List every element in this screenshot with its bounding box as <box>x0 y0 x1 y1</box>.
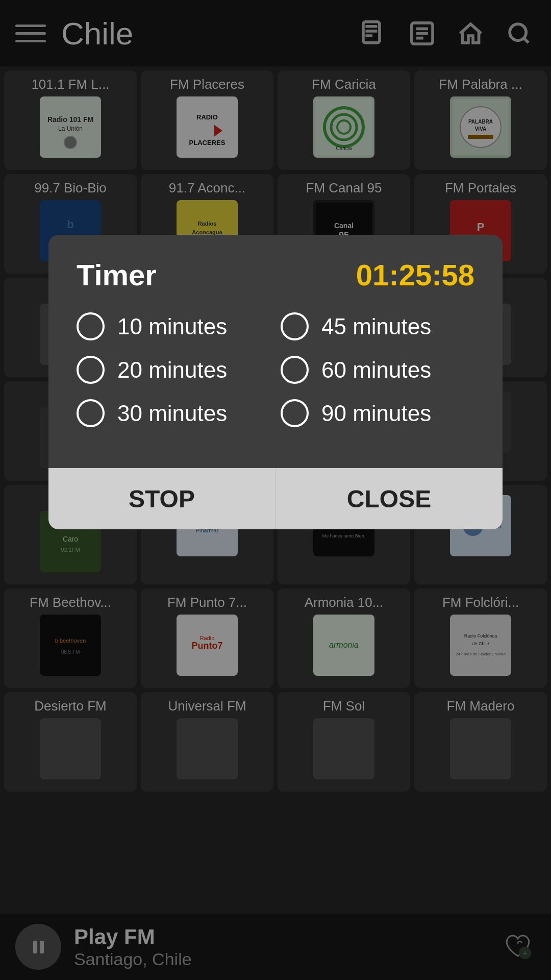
timer-option-90[interactable]: 90 minutes <box>281 399 474 427</box>
timer-label-45: 45 minutes <box>321 314 431 339</box>
radio-circle-90[interactable] <box>281 399 309 427</box>
timer-label-10: 10 minutes <box>117 314 227 339</box>
radio-circle-60[interactable] <box>281 356 309 384</box>
timer-option-60[interactable]: 60 minutes <box>281 356 474 384</box>
stop-button[interactable]: STOP <box>48 468 276 529</box>
radio-circle-30[interactable] <box>77 399 105 427</box>
timer-label-60: 60 minutes <box>321 357 431 383</box>
timer-label-20: 20 minutes <box>117 357 227 383</box>
radio-circle-10[interactable] <box>77 312 105 340</box>
timer-label-30: 30 minutes <box>117 401 227 426</box>
radio-circle-20[interactable] <box>77 356 105 384</box>
close-button[interactable]: CLOSE <box>276 468 503 529</box>
timer-option-10[interactable]: 10 minutes <box>77 312 270 340</box>
radio-circle-45[interactable] <box>281 312 309 340</box>
timer-option-30[interactable]: 30 minutes <box>77 399 270 427</box>
timer-modal: Timer 01:25:58 10 minutes 45 minutes 20 … <box>48 235 503 529</box>
timer-label-90: 90 minutes <box>321 401 431 426</box>
modal-buttons: STOP CLOSE <box>48 468 503 529</box>
modal-header: Timer 01:25:58 <box>77 258 474 292</box>
timer-option-20[interactable]: 20 minutes <box>77 356 270 384</box>
timer-options: 10 minutes 45 minutes 20 minutes 60 minu… <box>77 312 474 427</box>
timer-display: 01:25:58 <box>356 258 474 292</box>
modal-title: Timer <box>77 258 157 292</box>
timer-option-45[interactable]: 45 minutes <box>281 312 474 340</box>
